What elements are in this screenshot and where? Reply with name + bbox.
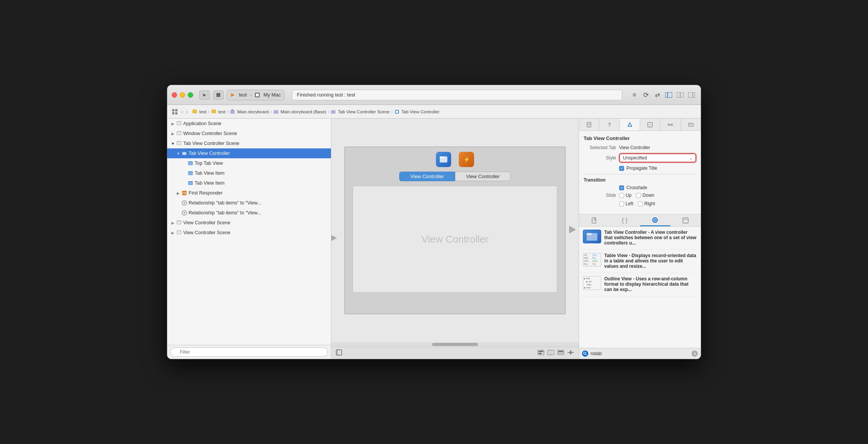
svg-point-70 — [668, 124, 670, 125]
lib-tab-file[interactable] — [579, 214, 610, 226]
tab-item-1-label: Tab View Item — [195, 171, 224, 176]
scrollbar-thumb[interactable] — [432, 343, 478, 346]
close-button[interactable] — [172, 92, 177, 98]
breadcrumb-item-4[interactable]: Main.storyboard (Base) — [273, 109, 326, 114]
tree-item-relationship-1[interactable]: ▶ Relationship "tab items" to "View... — [167, 198, 331, 208]
canvas-toolbar-left — [336, 349, 342, 357]
vc-scene-2-label: View Controller Scene — [183, 230, 230, 235]
svg-rect-55 — [539, 351, 543, 352]
tree-item-vc-scene-1[interactable]: ▶ View Controller Scene — [167, 218, 331, 228]
grid-view-button[interactable] — [170, 107, 179, 116]
lib-item-table-view[interactable]: Jon Clear Kelly Blue Chris Green — [579, 250, 701, 273]
lib-tab-objects[interactable] — [640, 214, 671, 226]
scheme-sep: › — [250, 92, 252, 98]
dropdown-arrow-icon: ⌄ — [689, 156, 692, 160]
align-icon-2[interactable] — [547, 350, 554, 356]
lines-icon[interactable]: ≡ — [630, 90, 639, 100]
tree-item-app-scene[interactable]: ▶ Application Scene — [167, 119, 331, 129]
library-search-input[interactable] — [590, 351, 689, 356]
tab-btn-2[interactable]: View Controller — [455, 172, 511, 181]
align-icon-3[interactable] — [557, 350, 564, 356]
fullscreen-icon[interactable] — [336, 349, 342, 357]
scheme-name: test — [239, 92, 247, 98]
refresh-icon[interactable]: ⟳ — [641, 90, 650, 100]
lib-icon-tab-view-controller — [583, 230, 601, 243]
crossfade-checkbox[interactable]: ✓ — [619, 185, 624, 190]
disclosure-tab-item-1: ▶ — [182, 171, 187, 176]
vc-scene-1-label: View Controller Scene — [183, 220, 230, 225]
svg-rect-46 — [177, 231, 181, 234]
play-button[interactable]: ▶ — [199, 90, 210, 100]
tab-file-inspector[interactable] — [579, 119, 599, 130]
breadcrumb-item-6[interactable]: Tab View Controller — [394, 109, 440, 114]
tree-item-vc-scene-2[interactable]: ▶ View Controller Scene — [167, 228, 331, 238]
window-scene-label: Window Controller Scene — [183, 131, 237, 136]
scheme-selector[interactable]: test › My Mac — [227, 90, 284, 100]
tree-item-window-scene[interactable]: ▶ Window Controller Scene — [167, 129, 331, 138]
transition-section-label: Transition — [584, 177, 696, 183]
panel-left-icon[interactable] — [664, 90, 673, 100]
style-dropdown[interactable]: Unspecified ⌄ — [619, 153, 696, 162]
up-row: Up — [619, 193, 631, 198]
tab-btn-1[interactable]: View Controller — [399, 172, 455, 181]
panel-center-icon[interactable] — [676, 90, 685, 100]
lib-tab-media[interactable] — [670, 214, 701, 226]
tree-item-tab-view-item-1[interactable]: ▶ Tab View Item — [167, 168, 331, 178]
canvas-scroll[interactable]: ⚡ View Controller View Controller View C… — [331, 119, 579, 342]
search-bar: ✕ — [579, 348, 701, 359]
tree-item-tab-controller[interactable]: ▼ Tab View Controller — [167, 148, 331, 158]
pin-icon[interactable] — [567, 350, 574, 356]
lib-title-text-table: Table View — [604, 253, 628, 258]
storyboard-frame: ⚡ View Controller View Controller View C… — [344, 146, 566, 314]
breadcrumb-item-3[interactable]: Main.storyboard — [230, 109, 268, 114]
maximize-button[interactable] — [188, 92, 193, 98]
tab-attributes-inspector[interactable] — [620, 119, 640, 130]
canvas-scrollbar[interactable] — [331, 342, 579, 347]
right-checkbox[interactable] — [638, 201, 643, 206]
breadcrumb-item-5[interactable]: Tab View Controller Scene — [331, 109, 389, 114]
first-responder-label: First Responder — [189, 190, 223, 196]
tab-size-inspector[interactable] — [640, 119, 660, 130]
tree-item-first-responder[interactable]: ▶ FR First Responder — [167, 188, 331, 198]
lib-title-outline-view: Outline View - Uses a row-and-column for… — [604, 276, 697, 292]
lib-item-tab-view-controller[interactable]: Tab View Controller - A view controller … — [579, 227, 701, 250]
lib-text-tab-view-controller: Tab View Controller - A view controller … — [604, 230, 697, 246]
forward-button[interactable]: › — [185, 107, 189, 116]
back-button[interactable]: ‹ — [180, 107, 184, 116]
svg-rect-14 — [175, 112, 177, 114]
breadcrumb-item-1[interactable]: test — [192, 109, 207, 114]
tab-header: View Controller View Controller — [353, 172, 557, 181]
breadcrumb-item-2[interactable]: test — [211, 109, 226, 114]
down-checkbox[interactable] — [636, 193, 641, 198]
slide-label: Slide — [584, 193, 616, 198]
tree-item-top-tab-view[interactable]: ▶ Top Tab View — [167, 158, 331, 168]
search-icon — [582, 351, 588, 357]
svg-rect-4 — [256, 93, 259, 97]
down-label: Down — [642, 193, 654, 198]
svg-rect-34 — [189, 172, 192, 175]
filter-input[interactable] — [170, 347, 328, 357]
tab-help-inspector[interactable]: ? — [599, 119, 620, 130]
tree-item-tab-view-item-2[interactable]: ▶ Tab View Item — [167, 178, 331, 188]
lib-item-outline-view[interactable]: ▶ Matt ▶ Jon Kelly — [579, 273, 701, 296]
tab-bindings-inspector[interactable] — [681, 119, 701, 130]
tree-item-relationship-2[interactable]: ▶ Relationship "tab items" to "View... — [167, 208, 331, 218]
tree-item-tab-scene[interactable]: ▼ Tab View Controller Scene — [167, 138, 331, 148]
align-icon-1[interactable] — [537, 350, 544, 356]
up-checkbox[interactable] — [619, 193, 624, 198]
panel-right-icon[interactable] — [687, 90, 696, 100]
search-clear-button[interactable]: ✕ — [692, 351, 698, 357]
lib-text-table-view: Table View - Displays record-oriented da… — [604, 253, 697, 270]
svg-rect-73 — [689, 123, 693, 126]
propagate-title-checkbox[interactable]: ✓ — [619, 166, 624, 171]
view-content-area: View Controller — [353, 186, 557, 293]
minimize-button[interactable] — [180, 92, 185, 98]
breadcrumb-bar: ‹ › test › test › Main.storyboard › Main… — [167, 105, 701, 119]
disclosure-tab-controller: ▼ — [176, 151, 181, 156]
lib-tab-code[interactable]: { } — [610, 214, 640, 226]
stop-button[interactable] — [213, 90, 224, 100]
left-checkbox[interactable] — [619, 201, 624, 206]
storyboard-container: ⚡ View Controller View Controller View C… — [344, 146, 566, 314]
arrows-icon[interactable]: ⇄ — [653, 90, 662, 100]
tab-connections-inspector[interactable] — [660, 119, 681, 130]
